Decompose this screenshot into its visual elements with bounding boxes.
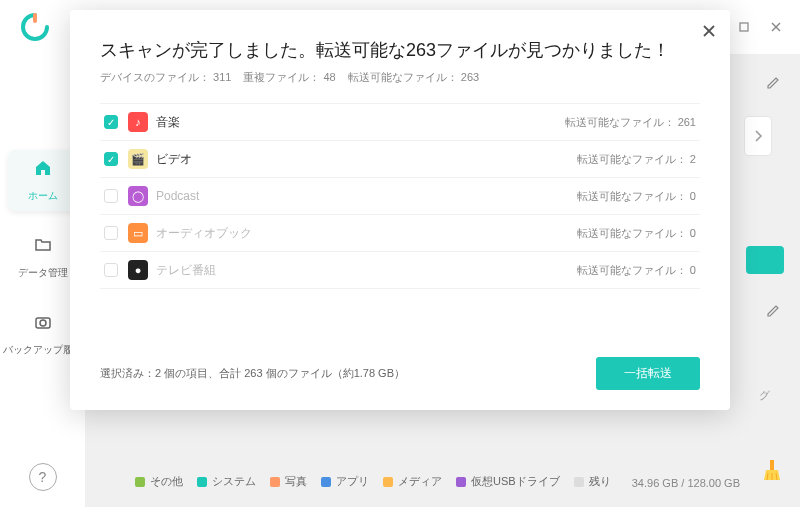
category-row[interactable]: ▭ オーディオブック 転送可能なファイル： 0 — [100, 215, 700, 252]
checkbox[interactable]: ✓ — [104, 152, 118, 166]
category-icon: 🎬 — [128, 149, 148, 169]
selection-summary: 選択済み：2 個の項目、合計 263 個のファイル（約1.78 GB） — [100, 366, 405, 381]
checkbox[interactable] — [104, 226, 118, 240]
checkbox[interactable]: ✓ — [104, 115, 118, 129]
modal-subtitle: デバイスのファイル： 311 重複ファイル： 48 転送可能なファイル： 263 — [100, 70, 700, 85]
modal-title: スキャンが完了しました。転送可能な263ファイルが見つかりました！ — [100, 38, 700, 62]
category-icon: ▭ — [128, 223, 148, 243]
category-icon: ♪ — [128, 112, 148, 132]
scan-result-modal: スキャンが完了しました。転送可能な263ファイルが見つかりました！ デバイスのフ… — [70, 10, 730, 410]
category-count: 転送可能なファイル： 0 — [577, 189, 696, 204]
modal-overlay: スキャンが完了しました。転送可能な263ファイルが見つかりました！ デバイスのフ… — [0, 0, 800, 507]
category-row[interactable]: ✓ ♪ 音楽 転送可能なファイル： 261 — [100, 103, 700, 141]
checkbox[interactable] — [104, 263, 118, 277]
category-row[interactable]: ✓ 🎬 ビデオ 転送可能なファイル： 2 — [100, 141, 700, 178]
category-label: テレビ番組 — [156, 262, 577, 279]
category-row[interactable]: ◯ Podcast 転送可能なファイル： 0 — [100, 178, 700, 215]
category-count: 転送可能なファイル： 0 — [577, 263, 696, 278]
category-list: ✓ ♪ 音楽 転送可能なファイル： 261 ✓ 🎬 ビデオ 転送可能なファイル：… — [100, 103, 700, 347]
category-label: オーディオブック — [156, 225, 577, 242]
category-count: 転送可能なファイル： 0 — [577, 226, 696, 241]
category-icon: ● — [128, 260, 148, 280]
modal-close-button[interactable] — [702, 22, 716, 43]
category-label: Podcast — [156, 189, 577, 203]
category-count: 転送可能なファイル： 2 — [577, 152, 696, 167]
category-label: ビデオ — [156, 151, 577, 168]
checkbox[interactable] — [104, 189, 118, 203]
category-row[interactable]: ● テレビ番組 転送可能なファイル： 0 — [100, 252, 700, 289]
category-label: 音楽 — [156, 114, 565, 131]
category-icon: ◯ — [128, 186, 148, 206]
category-count: 転送可能なファイル： 261 — [565, 115, 696, 130]
transfer-button[interactable]: 一括転送 — [596, 357, 700, 390]
